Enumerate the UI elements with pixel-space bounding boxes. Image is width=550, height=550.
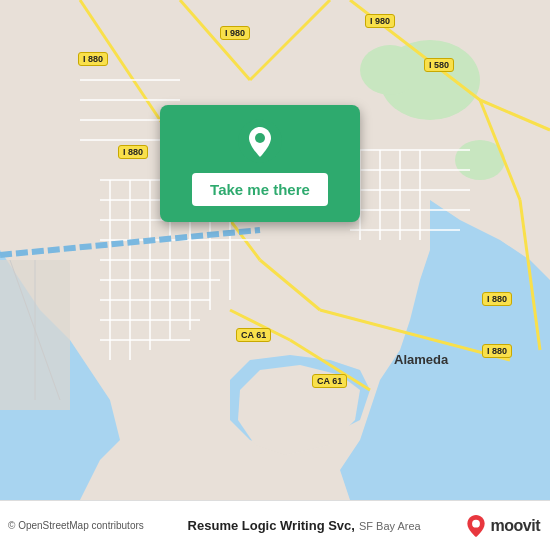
location-info: Resume Logic Writing Svc, SF Bay Area xyxy=(144,518,465,533)
location-card: Take me there xyxy=(160,105,360,222)
copyright-text: © OpenStreetMap contributors xyxy=(8,520,144,531)
attribution-section: © OpenStreetMap contributors xyxy=(8,520,144,531)
map-container: I 880 I 980 I 980 I 580 I 880 I 880 I 88… xyxy=(0,0,550,500)
road-label-i880-mid: I 880 xyxy=(118,145,148,159)
moovit-pin-icon xyxy=(465,515,487,537)
region-label: SF Bay Area xyxy=(359,520,421,532)
svg-point-5 xyxy=(360,45,420,95)
moovit-label: moovit xyxy=(491,517,540,535)
moovit-logo: moovit xyxy=(465,515,540,537)
bottom-bar: © OpenStreetMap contributors Resume Logi… xyxy=(0,500,550,550)
location-pin-icon xyxy=(238,119,282,163)
road-label-i980-center: I 980 xyxy=(220,26,250,40)
road-label-i880-right2: I 880 xyxy=(482,344,512,358)
take-me-there-button[interactable]: Take me there xyxy=(192,173,328,206)
road-label-ca61-1: CA 61 xyxy=(236,328,271,342)
road-label-ca61-2: CA 61 xyxy=(312,374,347,388)
road-label-i980-right: I 980 xyxy=(365,14,395,28)
map-svg xyxy=(0,0,550,500)
city-label-alameda: Alameda xyxy=(394,352,448,367)
svg-point-54 xyxy=(255,133,265,143)
svg-point-55 xyxy=(472,519,480,527)
road-label-i880-right1: I 880 xyxy=(482,292,512,306)
road-label-i880-top: I 880 xyxy=(78,52,108,66)
place-name: Resume Logic Writing Svc, xyxy=(188,518,355,533)
road-label-i580: I 580 xyxy=(424,58,454,72)
